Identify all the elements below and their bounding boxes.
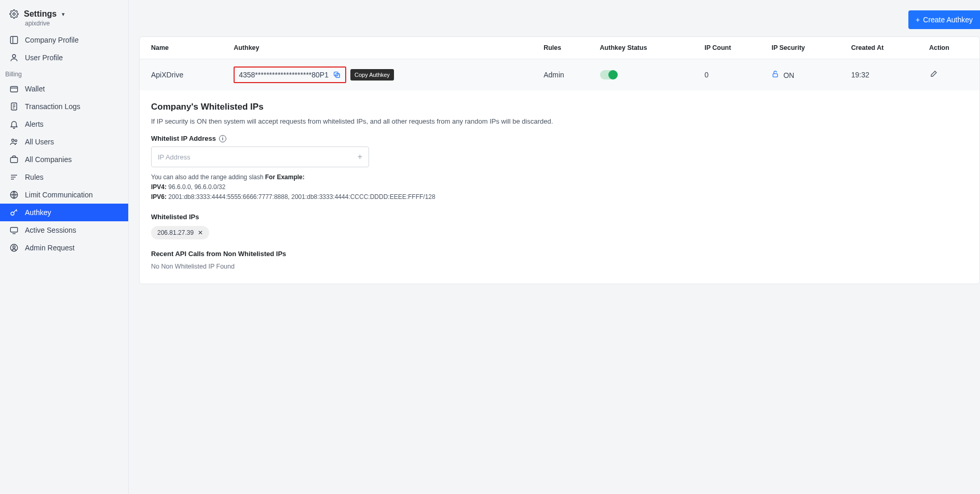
whitelist-field-label-text: Whitelist IP Address	[151, 135, 216, 142]
recent-calls-label: Recent API Calls from Non Whitelisted IP…	[151, 250, 968, 258]
sidebar: Settings ▾ apixdrive Company Profile Use…	[0, 0, 129, 494]
sidebar-item-label: Rules	[25, 173, 44, 181]
ipsecurity-value: ON	[783, 71, 794, 79]
sidebar-item-label: All Companies	[25, 155, 72, 164]
svg-rect-1	[10, 36, 18, 44]
sidebar-item-authkey[interactable]: Authkey	[0, 204, 128, 221]
sidebar-item-admin-request[interactable]: Admin Request	[0, 239, 128, 257]
sessions-icon	[9, 225, 19, 235]
sidebar-title: Settings	[24, 9, 57, 19]
sidebar-item-label: Company Profile	[25, 36, 79, 44]
sidebar-item-label: Transaction Logs	[25, 102, 80, 111]
sidebar-section-billing: Billing	[0, 66, 128, 80]
ip-address-input[interactable]: IP Address +	[151, 146, 369, 167]
cell-authkey: 4358********************80P1 Copy Authke…	[228, 59, 538, 91]
whitelist-field-label: Whitelist IP Address i	[151, 135, 968, 142]
add-ip-icon[interactable]: +	[358, 152, 362, 162]
layout-icon	[9, 35, 19, 45]
whitelist-section: Company's Whitelisted IPs If IP security…	[140, 90, 979, 284]
no-non-whitelisted-found: No Non Whitelisted IP Found	[151, 263, 968, 270]
edit-icon[interactable]	[929, 72, 937, 80]
create-authkey-button[interactable]: + Create Authkey	[908, 10, 980, 29]
th-name: Name	[140, 37, 228, 59]
create-authkey-label: Create Authkey	[923, 16, 973, 24]
sidebar-item-label: Limit Communication	[25, 191, 93, 199]
svg-rect-11	[10, 157, 18, 163]
svg-rect-4	[10, 87, 18, 92]
ipv4-values: 96.6.0.0, 96.6.0.0/32	[167, 183, 225, 191]
th-ipsecurity: IP Security	[766, 37, 846, 59]
sidebar-item-active-sessions[interactable]: Active Sessions	[0, 221, 128, 239]
logs-icon	[9, 102, 19, 111]
cell-ipsecurity: ON	[766, 59, 846, 91]
cell-status	[595, 59, 700, 91]
cell-ipcount: 0	[699, 59, 766, 91]
admin-icon	[9, 243, 19, 252]
topbar: + Create Authkey	[139, 10, 980, 29]
sidebar-item-user-profile[interactable]: User Profile	[0, 49, 128, 66]
sidebar-header[interactable]: Settings ▾	[0, 6, 128, 20]
svg-point-16	[11, 212, 14, 215]
svg-rect-17	[10, 228, 18, 232]
sidebar-item-label: Wallet	[25, 85, 45, 93]
globe-icon	[9, 190, 19, 199]
sidebar-item-label: User Profile	[25, 54, 63, 62]
th-rules: Rules	[538, 37, 594, 59]
ipv6-label: IPV6:	[151, 193, 167, 201]
ip-chip: 206.81.27.39 ✕	[151, 226, 209, 239]
status-toggle[interactable]	[600, 70, 618, 79]
sidebar-item-company-profile[interactable]: Company Profile	[0, 31, 128, 49]
ipv6-values: 2001:db8:3333:4444:5555:6666:7777:8888, …	[167, 193, 435, 201]
sidebar-item-rules[interactable]: Rules	[0, 168, 128, 186]
briefcase-icon	[9, 155, 19, 164]
sidebar-item-alerts[interactable]: Alerts	[0, 115, 128, 133]
key-icon	[9, 208, 19, 217]
svg-point-0	[13, 13, 16, 16]
lines-icon	[9, 172, 19, 182]
chip-ip-value: 206.81.27.39	[157, 229, 194, 236]
whitelist-heading: Company's Whitelisted IPs	[151, 102, 968, 112]
sidebar-item-all-users[interactable]: All Users	[0, 133, 128, 151]
svg-point-10	[15, 140, 17, 142]
th-authkey: Authkey	[228, 37, 538, 59]
main-content: + Create Authkey Name Authkey Rules Auth…	[129, 0, 980, 494]
svg-rect-23	[773, 74, 778, 77]
whitelisted-ips-label: Whitelisted IPs	[151, 213, 968, 221]
cell-rules: Admin	[538, 59, 594, 91]
hint-example-label: For Example:	[265, 173, 305, 181]
svg-point-20	[13, 246, 16, 248]
ip-hint: You can also add the range adding slash …	[151, 172, 968, 203]
cell-action	[924, 59, 979, 91]
copy-tooltip: Copy Authkey	[350, 69, 394, 81]
sidebar-item-transaction-logs[interactable]: Transaction Logs	[0, 98, 128, 115]
whitelist-desc: If IP security is ON then system will ac…	[151, 117, 968, 125]
sidebar-item-label: Authkey	[25, 208, 51, 217]
gear-icon	[9, 9, 19, 19]
sidebar-subtitle: apixdrive	[0, 20, 128, 27]
sidebar-item-limit-communication[interactable]: Limit Communication	[0, 186, 128, 204]
bell-icon	[9, 119, 19, 129]
th-created: Created At	[846, 37, 924, 59]
authkey-highlighted-box: 4358********************80P1	[234, 66, 346, 83]
ip-placeholder: IP Address	[158, 153, 190, 161]
chevron-down-icon: ▾	[62, 11, 65, 18]
authkey-panel: Name Authkey Rules Authkey Status IP Cou…	[139, 36, 980, 284]
th-status: Authkey Status	[595, 37, 700, 59]
users-icon	[9, 137, 19, 146]
sidebar-item-wallet[interactable]: Wallet	[0, 80, 128, 98]
sidebar-item-all-companies[interactable]: All Companies	[0, 151, 128, 168]
authkey-table: Name Authkey Rules Authkey Status IP Cou…	[140, 37, 979, 90]
info-icon[interactable]: i	[219, 135, 226, 142]
user-icon	[9, 53, 19, 62]
wallet-icon	[9, 84, 19, 94]
remove-ip-icon[interactable]: ✕	[198, 229, 203, 236]
hint-intro: You can also add the range adding slash	[151, 173, 265, 181]
sidebar-item-label: Active Sessions	[25, 226, 76, 234]
svg-point-9	[12, 139, 15, 142]
cell-name: ApiXDrive	[140, 59, 228, 91]
sidebar-item-label: Alerts	[25, 120, 44, 128]
plus-icon: +	[916, 16, 920, 24]
th-ipcount: IP Count	[699, 37, 766, 59]
copy-icon[interactable]	[333, 71, 341, 79]
svg-point-3	[12, 55, 16, 58]
